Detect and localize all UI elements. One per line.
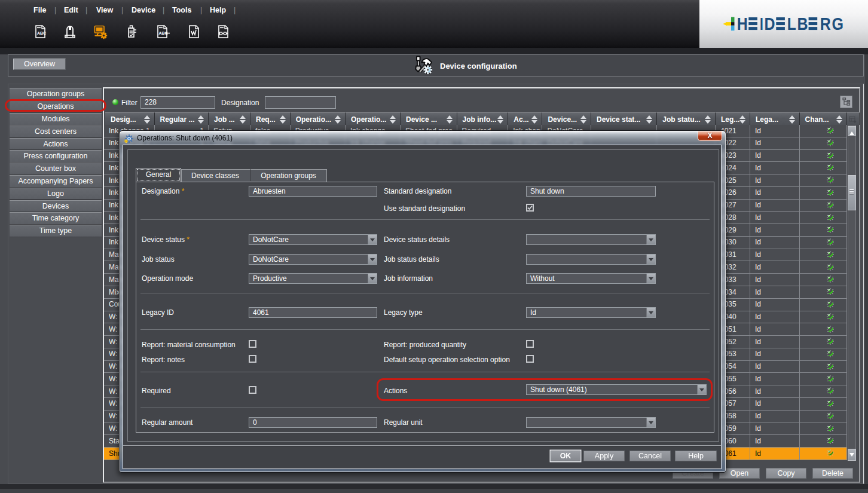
svg-text:B: B [797, 14, 808, 33]
svg-text:R: R [820, 14, 831, 33]
svg-text:L: L [787, 14, 796, 33]
svg-text:I: I [760, 14, 763, 33]
svg-text:ABC: ABC [37, 31, 46, 35]
svg-text:G: G [832, 14, 844, 33]
svg-text:D: D [765, 14, 775, 33]
svg-text:H: H [737, 14, 748, 33]
